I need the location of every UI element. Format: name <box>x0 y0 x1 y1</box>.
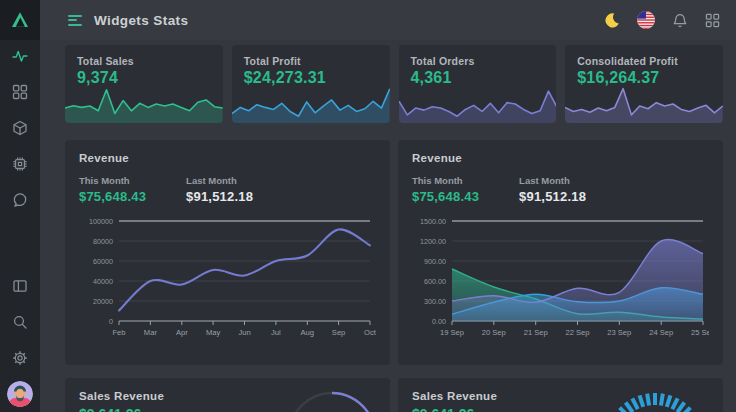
logo-triangle-icon <box>6 6 34 34</box>
stat-label: Total Orders <box>411 55 545 67</box>
user-avatar[interactable] <box>7 381 33 407</box>
revenue-line-chart: 020000400006000080000100000FebMarAprMayJ… <box>79 211 376 345</box>
svg-text:40000: 40000 <box>93 277 113 286</box>
svg-text:20000: 20000 <box>93 297 113 306</box>
apps-grid-icon[interactable] <box>705 13 720 28</box>
svg-text:Oct: Oct <box>364 328 376 337</box>
svg-text:24 Sep: 24 Sep <box>649 328 673 337</box>
svg-text:Jul: Jul <box>271 328 281 337</box>
last-month-value: $91,512.18 <box>186 189 253 204</box>
gauge-chart <box>590 378 720 412</box>
this-month-value: $75,648.43 <box>79 189 146 204</box>
svg-text:300.00: 300.00 <box>424 297 446 306</box>
topbar-actions <box>603 11 736 29</box>
svg-text:100000: 100000 <box>89 217 113 226</box>
svg-text:Apr: Apr <box>176 328 188 337</box>
svg-text:22 Sep: 22 Sep <box>565 328 589 337</box>
stat-card-total-orders: Total Orders 4,361 <box>399 45 557 123</box>
svg-text:0: 0 <box>109 317 113 326</box>
last-month-label: Last Month <box>519 175 586 186</box>
settings-gear-icon[interactable] <box>12 350 28 366</box>
bell-icon[interactable] <box>672 12 688 28</box>
this-month-block: This Month $75,648.43 <box>412 175 479 204</box>
donut-chart <box>270 378 390 412</box>
stat-card-total-profit: Total Profit $24,273.31 <box>232 45 390 123</box>
svg-text:May: May <box>206 328 221 337</box>
app-logo[interactable] <box>0 0 40 40</box>
stat-card-consolidated-profit: Consolidated Profit $16,264.37 <box>565 45 723 123</box>
cube-icon[interactable] <box>12 120 28 136</box>
layout-icon[interactable] <box>12 278 28 294</box>
stat-label: Total Sales <box>77 55 211 67</box>
stat-card-total-sales: Total Sales 9,374 <box>65 45 223 123</box>
cpu-icon[interactable] <box>12 156 28 172</box>
avatar-image <box>7 381 33 407</box>
sparkline-chart <box>65 83 223 123</box>
sales-revenue-row: Sales Revenue $9,641.26 Sales Revenue $9… <box>65 378 723 412</box>
svg-text:80000: 80000 <box>93 237 113 246</box>
svg-text:20 Sep: 20 Sep <box>482 328 506 337</box>
chat-icon[interactable] <box>12 192 28 208</box>
last-month-label: Last Month <box>186 175 253 186</box>
last-month-block: Last Month $91,512.18 <box>186 175 253 204</box>
card-title: Revenue <box>79 152 376 164</box>
svg-text:Feb: Feb <box>112 328 125 337</box>
sidebar <box>0 0 40 412</box>
activity-icon[interactable] <box>12 48 28 64</box>
svg-text:23 Sep: 23 Sep <box>607 328 631 337</box>
dashboard-grid-icon[interactable] <box>12 84 28 100</box>
last-month-block: Last Month $91,512.18 <box>519 175 586 204</box>
svg-text:600.00: 600.00 <box>424 277 446 286</box>
this-month-block: This Month $75,648.43 <box>79 175 146 204</box>
svg-text:Jun: Jun <box>238 328 250 337</box>
revenue-card-area: Revenue This Month $75,648.43 Last Month… <box>398 140 723 365</box>
menu-toggle-icon[interactable] <box>68 15 82 26</box>
this-month-value: $75,648.43 <box>412 189 479 204</box>
revenue-area-chart: 0.00300.00600.00900.001200.001500.0019 S… <box>412 211 709 345</box>
svg-text:Sep: Sep <box>332 328 346 337</box>
svg-text:Mar: Mar <box>144 328 158 337</box>
svg-text:Aug: Aug <box>301 328 315 337</box>
sparkline-chart <box>399 83 557 123</box>
card-title: Revenue <box>412 152 709 164</box>
sparkline-chart <box>565 83 723 123</box>
svg-text:19 Sep: 19 Sep <box>440 328 464 337</box>
svg-text:0.00: 0.00 <box>432 317 446 326</box>
svg-text:21 Sep: 21 Sep <box>524 328 548 337</box>
this-month-label: This Month <box>79 175 146 186</box>
us-flag-icon[interactable] <box>637 11 655 29</box>
last-month-value: $91,512.18 <box>519 189 586 204</box>
sparkline-chart <box>232 83 390 123</box>
revenue-stats: This Month $75,648.43 Last Month $91,512… <box>79 175 376 204</box>
revenue-row: Revenue This Month $75,648.43 Last Month… <box>65 140 723 365</box>
sidebar-nav <box>0 40 40 407</box>
moon-icon[interactable] <box>603 12 620 29</box>
svg-text:1500.00: 1500.00 <box>420 217 446 226</box>
stat-cards-row: Total Sales 9,374 Total Profit $24,273.3… <box>65 45 723 123</box>
stat-label: Total Profit <box>244 55 378 67</box>
sales-revenue-card-donut: Sales Revenue $9,641.26 <box>65 378 390 412</box>
topbar: Widgets Stats <box>40 0 736 40</box>
svg-text:1200.00: 1200.00 <box>420 237 446 246</box>
main-content: Total Sales 9,374 Total Profit $24,273.3… <box>40 40 736 412</box>
search-icon[interactable] <box>12 314 28 330</box>
this-month-label: This Month <box>412 175 479 186</box>
svg-text:60000: 60000 <box>93 257 113 266</box>
svg-text:900.00: 900.00 <box>424 257 446 266</box>
page-title: Widgets Stats <box>94 13 188 28</box>
sales-revenue-card-gauge: Sales Revenue $9,641.26 <box>398 378 723 412</box>
revenue-stats: This Month $75,648.43 Last Month $91,512… <box>412 175 709 204</box>
revenue-card-line: Revenue This Month $75,648.43 Last Month… <box>65 140 390 365</box>
svg-text:25 Sep: 25 Sep <box>691 328 709 337</box>
stat-label: Consolidated Profit <box>577 55 711 67</box>
